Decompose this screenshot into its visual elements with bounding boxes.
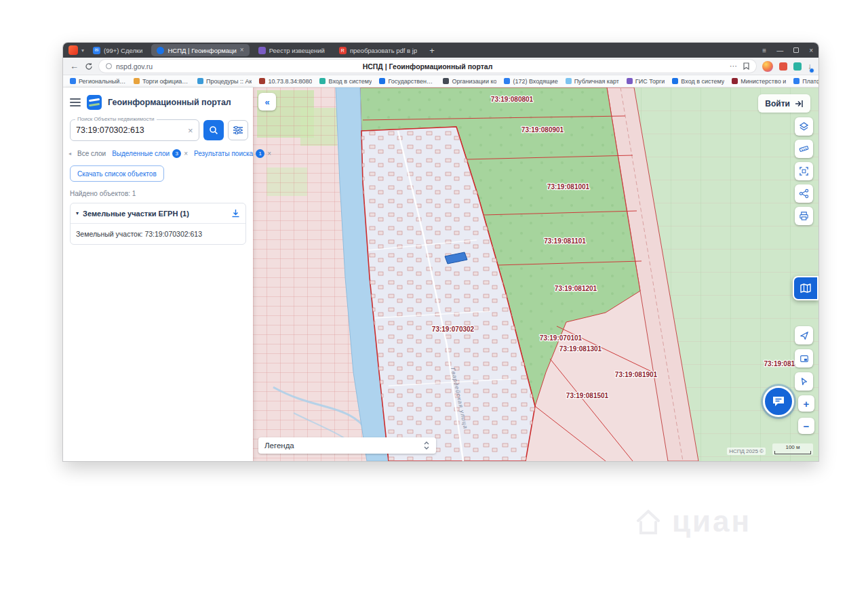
bookmark[interactable]: Региональный це — [70, 78, 126, 85]
hamburger-menu-icon[interactable] — [70, 102, 81, 103]
tab-mail[interactable]: ✉ (99+) Сделки — [87, 44, 148, 56]
back-icon[interactable]: ← — [70, 62, 79, 71]
sliders-icon — [233, 126, 243, 134]
navigate-button[interactable] — [795, 326, 813, 344]
legend-toggle-icon[interactable] — [423, 441, 430, 450]
cian-watermark: циан — [633, 505, 751, 538]
cadastral-quarter-label: 73:19:080901 — [521, 126, 564, 134]
cursor-icon — [800, 377, 809, 387]
collapse-panel-button[interactable]: « — [258, 93, 276, 111]
favicon — [627, 78, 633, 84]
zoom-controls: + − — [798, 395, 814, 434]
map-canvas[interactable]: Гвардейская улица 73:19:080801 73:19:080… — [253, 87, 818, 461]
feedback-chat-button[interactable] — [763, 386, 794, 417]
bookmark-ribbon-icon[interactable] — [743, 62, 749, 70]
favicon — [70, 78, 76, 84]
bookmark[interactable]: (172) Входящие — [504, 78, 557, 85]
overview-map-button[interactable] — [795, 349, 813, 368]
reload-icon[interactable] — [85, 62, 93, 71]
close-icon[interactable]: × — [267, 150, 271, 157]
extension-icon[interactable] — [779, 62, 787, 71]
bookmark[interactable]: ГИС Торги — [627, 78, 665, 85]
chevron-down-icon[interactable]: ▾ — [76, 210, 79, 216]
tab-pdf[interactable]: R преобразовать pdf в jp — [334, 44, 422, 56]
favicon — [134, 78, 140, 84]
cadastral-quarter-label: 73:19:070101 — [540, 334, 583, 342]
extent-icon — [799, 166, 809, 176]
tabs-scroll-left-icon[interactable]: ◂ — [68, 151, 71, 157]
ruler-icon — [799, 144, 809, 154]
login-button[interactable]: Войти — [758, 94, 810, 113]
scale-bar: 100 м — [772, 443, 813, 455]
browser-tab-bar: ▾ ✉ (99+) Сделки НСПД | Геоинформаци × Р… — [63, 43, 818, 58]
tab-search-results[interactable]: Результаты поиска 1 × — [194, 149, 271, 158]
cadastral-quarter-label: 73:19:080801 — [491, 96, 534, 103]
bookmark[interactable]: Организации ко — [443, 78, 496, 85]
print-button[interactable] — [795, 207, 813, 225]
nspd-logo — [87, 95, 102, 110]
download-object-list-button[interactable]: Скачать список объектов — [70, 165, 164, 182]
login-arrow-icon — [794, 99, 804, 108]
bookmark[interactable]: Торги официальн — [134, 78, 190, 85]
extension-icon[interactable] — [793, 62, 802, 71]
omnibox[interactable]: nspd.gov.ru НСПД | Геоинформационный пор… — [99, 60, 756, 73]
cadastral-quarter-label: 73:19:081001 — [547, 183, 590, 191]
legend-bar[interactable]: Легенда — [258, 437, 436, 454]
close-icon[interactable]: × — [184, 150, 188, 157]
page-title-in-omnibox: НСПД | Геоинформационный портал — [160, 62, 695, 71]
favicon — [319, 78, 326, 84]
scale-line — [774, 451, 811, 454]
search-button[interactable] — [203, 120, 224, 140]
result-item[interactable]: Земельный участок: 73:19:070302:613 — [71, 223, 245, 244]
bookmark[interactable]: 10.73.8.34:8080 — [259, 78, 312, 85]
bookmark[interactable]: Публичная карт — [566, 78, 619, 85]
close-button[interactable]: × — [809, 47, 813, 54]
pdf-favicon: R — [339, 47, 347, 54]
bookmark[interactable]: Министерство и — [732, 78, 786, 85]
active-map-tool-button[interactable] — [793, 276, 818, 300]
tab-nspd-active[interactable]: НСПД | Геоинформаци × — [151, 44, 249, 56]
tab-all-layers[interactable]: Все слои — [77, 150, 106, 157]
house-icon — [633, 505, 664, 538]
filters-button[interactable] — [228, 120, 248, 140]
extent-button[interactable] — [795, 162, 813, 180]
tab-selected-layers[interactable]: Выделенные слои 3 × — [112, 149, 188, 158]
measure-button[interactable] — [795, 140, 813, 158]
omnibox-menu-icon[interactable]: ⋯ — [730, 62, 737, 71]
pointer-button[interactable] — [795, 372, 813, 391]
results-group: ▾ Земельные участки ЕГРН (1) Земельный у… — [70, 203, 246, 245]
clear-search-icon[interactable]: × — [188, 126, 193, 135]
profile-avatar[interactable] — [762, 61, 773, 72]
layers-button[interactable] — [795, 117, 813, 136]
cadastral-quarter-label: 73:19:081301 — [559, 345, 602, 353]
map-container: Гвардейская улица 73:19:080801 73:19:080… — [253, 87, 818, 461]
bookmark[interactable]: Платформа госу — [793, 78, 818, 85]
minimize-button[interactable]: — — [776, 47, 783, 54]
downloads-icon[interactable]: ↓ — [808, 62, 812, 71]
new-tab-button[interactable]: + — [426, 45, 438, 56]
site-info-icon[interactable] — [106, 63, 112, 69]
bookmark[interactable]: Государственные — [379, 78, 435, 85]
zoom-out-button[interactable]: − — [798, 418, 814, 434]
bookmark[interactable]: Вход в систему — [672, 78, 724, 85]
search-input[interactable] — [76, 125, 185, 135]
download-group-icon[interactable] — [231, 209, 240, 218]
address-bar: ← nspd.gov.ru НСПД | Геоинформационный п… — [63, 58, 818, 75]
browser-menu-icon[interactable]: ≡ — [762, 47, 766, 54]
cadastral-quarter-label: 73:19:081901 — [615, 371, 658, 378]
map-attribution: НСПД 2025 © — [727, 448, 766, 455]
tab-registry[interactable]: Реестр извещений — [253, 44, 330, 56]
maximize-button[interactable] — [793, 47, 799, 53]
zoom-in-button[interactable]: + — [798, 395, 814, 412]
chevron-down-icon[interactable]: ▾ — [81, 47, 84, 54]
share-button[interactable] — [795, 184, 813, 203]
results-group-header[interactable]: ▾ Земельные участки ЕГРН (1) — [71, 203, 245, 223]
search-field[interactable]: Поиск Объекты недвижимости × — [70, 119, 199, 141]
browser-logo-icon[interactable] — [68, 45, 78, 55]
nspd-favicon — [157, 47, 164, 54]
bookmark[interactable]: Вход в систему — [319, 78, 372, 85]
selected-layers-badge: 3 — [172, 149, 181, 158]
tab-close-icon[interactable]: × — [240, 47, 244, 54]
share-icon — [799, 189, 809, 199]
bookmark[interactable]: Процедуры :: Ак — [197, 78, 252, 85]
